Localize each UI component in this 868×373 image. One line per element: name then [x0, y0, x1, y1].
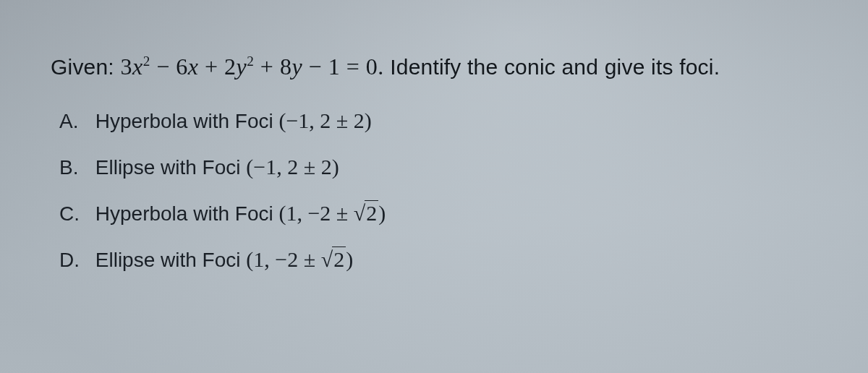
question-page: Given: 3x2 − 6x + 2y2 + 8y − 1 = 0. Iden…: [0, 0, 868, 270]
option-middle: with Foci: [187, 110, 278, 132]
option-c[interactable]: C. Hyperbola with Foci (1, −2 ± 2): [59, 202, 817, 224]
question-equation: 3x2 − 6x + 2y2 + 8y − 1 = 0.: [120, 53, 383, 80]
option-middle: with Foci: [187, 202, 278, 225]
question-tail: Identify the conic and give its foci.: [384, 55, 720, 79]
option-a[interactable]: A. Hyperbola with Foci (−1, 2 ± 2): [59, 110, 817, 132]
question-stem: Given: 3x2 − 6x + 2y2 + 8y − 1 = 0. Iden…: [51, 49, 817, 85]
option-foci: (−1, 2 ± 2): [278, 108, 371, 132]
question-lead: Given:: [51, 55, 120, 79]
answer-options: A. Hyperbola with Foci (−1, 2 ± 2) B. El…: [51, 110, 817, 270]
option-foci: (1, −2 ± 2): [246, 247, 353, 271]
option-label: Hyperbola: [95, 110, 188, 132]
option-label: Ellipse: [95, 156, 155, 179]
option-foci: (−1, 2 ± 2): [246, 155, 339, 179]
option-foci: (1, −2 ± 2): [278, 201, 386, 225]
option-marker: D.: [59, 250, 90, 270]
option-label: Hyperbola: [95, 202, 188, 225]
option-label: Ellipse: [95, 249, 155, 271]
option-marker: B.: [59, 158, 90, 178]
option-b[interactable]: B. Ellipse with Foci (−1, 2 ± 2): [59, 156, 817, 178]
option-marker: A.: [59, 111, 90, 132]
option-middle: with Foci: [155, 156, 246, 179]
option-d[interactable]: D. Ellipse with Foci (1, −2 ± 2): [59, 249, 817, 270]
option-middle: with Foci: [155, 249, 246, 271]
option-marker: C.: [59, 204, 90, 224]
